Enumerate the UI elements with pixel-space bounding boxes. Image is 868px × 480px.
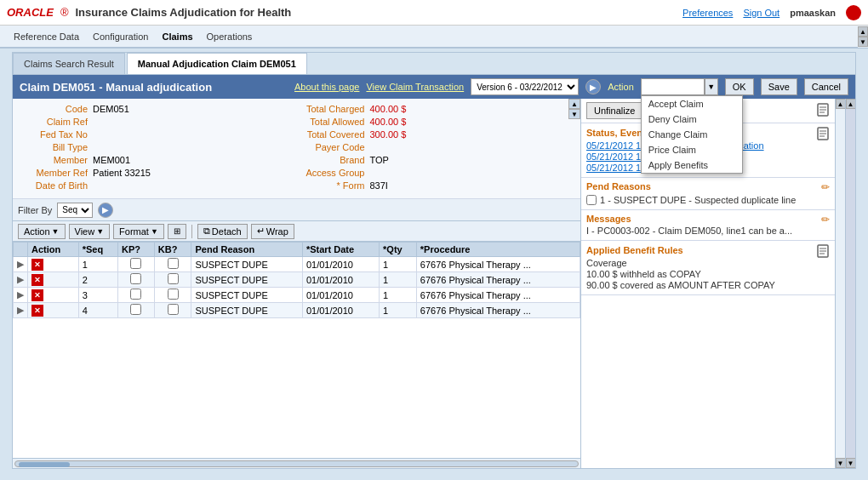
toolbar-format-btn[interactable]: Format ▼ — [113, 224, 164, 239]
row-2-expand[interactable]: ▶ — [14, 272, 28, 288]
right-scroll-down[interactable]: ▼ — [836, 458, 846, 468]
lower-left: Filter By Seq ▶ Action ▼ — [13, 199, 580, 468]
row-4-action: ✕ — [28, 303, 79, 318]
code-value: DEM051 — [93, 104, 129, 114]
pend-edit-icon[interactable]: ✏ — [821, 181, 830, 193]
row-2-startdate: 01/01/2010 — [302, 272, 379, 288]
action-dropdown-btn[interactable]: ▼ — [705, 78, 718, 95]
action-deny-claim[interactable]: Deny Claim — [642, 111, 742, 127]
table-row: ▶ ✕ 2 SUSPECT DUPE 01/01/2010 1 67676 — [14, 272, 580, 288]
toolbar-format-arrow: ▼ — [151, 227, 158, 236]
action-apply-benefits[interactable]: Apply Benefits — [642, 157, 742, 173]
pend-checkbox-1[interactable] — [586, 195, 597, 205]
th-kb[interactable]: KB? — [154, 243, 191, 257]
toolbar-detach-btn[interactable]: ⧉ Detach — [197, 224, 248, 239]
right-applied-section: Applied Benefit Rules Coverage 10.00 $ w… — [581, 241, 835, 295]
row-3-startdate: 01/01/2010 — [302, 288, 379, 303]
row-1-kp — [117, 257, 154, 272]
row-1-kb-checkbox[interactable] — [168, 258, 179, 269]
version-nav-btn[interactable]: ▶ — [585, 79, 601, 94]
filter-nav-btn[interactable]: ▶ — [98, 203, 113, 218]
info-scroll-down[interactable]: ▼ — [568, 109, 580, 119]
navbar-item-claims[interactable]: Claims — [155, 28, 199, 45]
filter-select[interactable]: Seq — [57, 203, 93, 218]
row-4-pend: SUSPECT DUPE — [191, 303, 302, 318]
claim-header: Claim DEM051 - Manual adjudication About… — [13, 75, 855, 99]
save-button[interactable]: Save — [761, 78, 797, 95]
outer-scroll-up[interactable]: ▲ — [846, 99, 856, 109]
action-input[interactable] — [641, 78, 705, 95]
row-4-procedure: 67676 Physical Therapy ... — [416, 303, 580, 318]
row-3-kp-checkbox[interactable] — [130, 289, 141, 300]
th-qty[interactable]: *Qty — [380, 243, 417, 257]
signout-link[interactable]: Sign Out — [743, 8, 779, 18]
version-select[interactable]: Version 6 - 03/22/2012 — [471, 78, 579, 95]
right-scroll-up[interactable]: ▲ — [836, 99, 846, 109]
row-3-delete-btn[interactable]: ✕ — [31, 289, 43, 301]
navbar-scroll-up[interactable]: ▲ — [858, 26, 868, 37]
oracle-logo: ORACLE — [7, 6, 54, 19]
row-2-kb-checkbox[interactable] — [168, 273, 179, 284]
action-change-claim[interactable]: Change Claim — [642, 127, 742, 142]
claimref-label: Claim Ref — [20, 117, 88, 127]
toolbar-view-btn[interactable]: View ▼ — [69, 224, 111, 239]
toolbar-grid-icon-btn[interactable]: ⊞ — [168, 224, 186, 239]
row-2-delete-btn[interactable]: ✕ — [31, 274, 43, 286]
info-scroll-up[interactable]: ▲ — [568, 99, 580, 109]
view-claim-link[interactable]: View Claim Transaction — [366, 82, 464, 92]
toolbar-wrap-btn[interactable]: ↵ Wrap — [251, 224, 294, 239]
toolbar-action-btn[interactable]: Action ▼ — [18, 224, 66, 239]
row-3-action: ✕ — [28, 288, 79, 303]
info-row-memberref: Member Ref Patient 33215 — [20, 168, 297, 178]
navbar-scroll-down[interactable]: ▼ — [858, 37, 868, 47]
preferences-link[interactable]: Preferences — [682, 8, 733, 18]
info-row-form: * Form 837I — [297, 180, 574, 191]
action-price-claim[interactable]: Price Claim — [642, 142, 742, 157]
row-4-kp-checkbox[interactable] — [130, 304, 141, 315]
row-2-pend: SUSPECT DUPE — [191, 272, 302, 288]
unfinalize-button[interactable]: Unfinalize — [586, 102, 642, 119]
th-action[interactable]: Action — [28, 243, 79, 257]
th-startdate[interactable]: *Start Date — [302, 243, 379, 257]
navbar-item-reference-data[interactable]: Reference Data — [7, 28, 86, 45]
row-3-qty: 1 — [380, 288, 417, 303]
coverage-item-2: 90.00 $ covered as AMOUNT AFTER COPAY — [586, 280, 830, 290]
row-1-delete-btn[interactable]: ✕ — [31, 259, 43, 271]
tab-manual-adjudication[interactable]: Manual Adjudication Claim DEM051 — [127, 53, 307, 74]
th-seq[interactable]: *Seq — [78, 243, 117, 257]
row-3-seq: 3 — [78, 288, 117, 303]
navbar-item-configuration[interactable]: Configuration — [86, 28, 155, 45]
messages-edit-icon[interactable]: ✏ — [821, 214, 830, 226]
scrollbar-thumb — [19, 462, 70, 467]
tab-claims-search[interactable]: Claims Search Result — [13, 53, 125, 74]
table-header: Action *Seq KP? KB? Pend Reason *Start D… — [14, 243, 580, 257]
navbar-item-operations[interactable]: Operations — [200, 28, 260, 45]
oracle-brand-icon — [846, 5, 861, 20]
row-4-delete-btn[interactable]: ✕ — [31, 305, 43, 317]
app-header: ORACLE ® Insurance Claims Adjudication f… — [0, 0, 868, 26]
row-1-kp-checkbox[interactable] — [130, 258, 141, 269]
ok-button[interactable]: OK — [725, 78, 754, 95]
row-1-expand[interactable]: ▶ — [14, 257, 28, 272]
about-page-link[interactable]: About this page — [294, 82, 359, 92]
row-4-expand[interactable]: ▶ — [14, 303, 28, 318]
info-row-brand: Brand TOP — [297, 155, 574, 165]
allowed-value: 400.00 $ — [370, 117, 407, 127]
action-dropdown-menu: Accept Claim Deny Claim Change Claim Pri… — [641, 95, 743, 174]
row-4-kb-checkbox[interactable] — [168, 304, 179, 315]
action-accept-claim[interactable]: Accept Claim — [642, 96, 742, 111]
row-2-kp-checkbox[interactable] — [130, 273, 141, 284]
th-pend[interactable]: Pend Reason — [191, 243, 302, 257]
outer-scroll-down[interactable]: ▼ — [846, 458, 856, 468]
row-3-kb-checkbox[interactable] — [168, 289, 179, 300]
row-2-kp — [117, 272, 154, 288]
scrollbar-track[interactable] — [14, 460, 579, 467]
left-panel: Code DEM051 Claim Ref Fed Tax No — [13, 99, 581, 468]
row-3-expand[interactable]: ▶ — [14, 288, 28, 303]
cancel-button[interactable]: Cancel — [804, 78, 848, 95]
app-title: Insurance Claims Adjudication for Health — [75, 6, 291, 19]
th-procedure[interactable]: *Procedure — [416, 243, 580, 257]
applied-doc-icon — [816, 244, 830, 258]
th-kp[interactable]: KP? — [117, 243, 154, 257]
pend-item-1: 1 - SUSPECT DUPE - Suspected duplicate l… — [586, 195, 830, 206]
